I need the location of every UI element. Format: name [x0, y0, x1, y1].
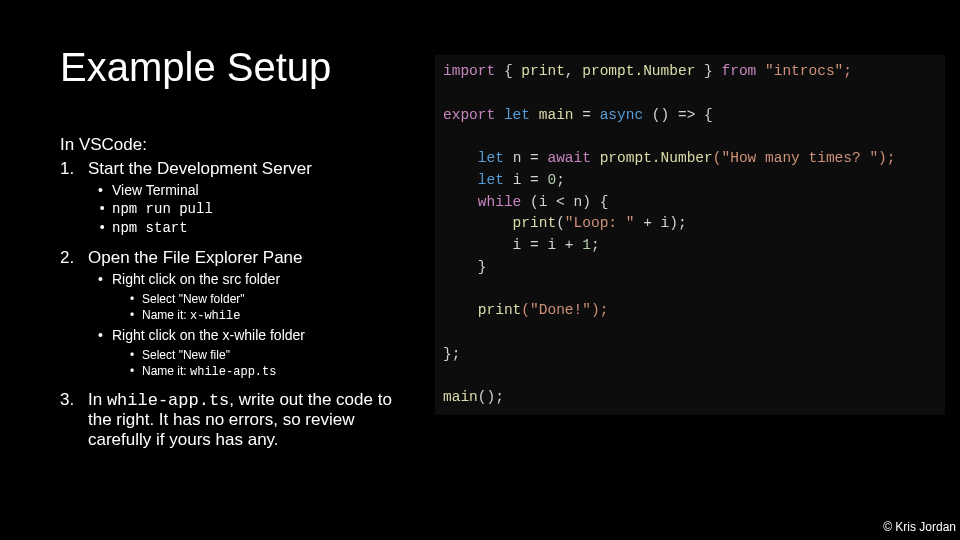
- fn-prompt: prompt.Number: [591, 150, 713, 166]
- step-1-sub-2: npm run pull: [98, 200, 420, 219]
- step-2-sub-1a: Select "New folder": [130, 291, 420, 307]
- blank-line: [443, 126, 937, 148]
- step-2-title: Open the File Explorer Pane: [88, 248, 420, 268]
- tok: () => {: [643, 107, 713, 123]
- kw-while: while: [443, 194, 530, 210]
- kw-let: let: [443, 172, 513, 188]
- str: "introcs";: [756, 63, 852, 79]
- tok: + i);: [634, 215, 686, 231]
- blank-line: [443, 83, 937, 105]
- kw-async: async: [600, 107, 644, 123]
- slide-title: Example Setup: [60, 45, 331, 90]
- step-3-prefix: In: [88, 390, 107, 409]
- tok: (i < n) {: [530, 194, 608, 210]
- code-block: import { print, prompt.Number } from "in…: [435, 55, 945, 415]
- copyright-text: © Kris Jordan: [883, 520, 956, 534]
- step-2-sub-1-text: Right click on the src folder: [112, 271, 280, 287]
- str: ("Done!");: [521, 302, 608, 318]
- kw-import: import: [443, 63, 495, 79]
- intro-text: In VSCode:: [60, 135, 420, 155]
- step-2: Open the File Explorer Pane Right click …: [60, 248, 420, 381]
- fn-print: print: [443, 215, 556, 231]
- str: "Loop: ": [565, 215, 635, 231]
- tok: i = i +: [443, 237, 582, 253]
- fn-main: main: [539, 107, 574, 123]
- step-2-sub-1: Right click on the src folder Select "Ne…: [98, 270, 420, 324]
- blank-line: [443, 322, 937, 344]
- tok: (: [556, 215, 565, 231]
- fn-prompt: prompt.Number: [582, 63, 695, 79]
- step-1-sub-3: npm start: [98, 219, 420, 238]
- tok: {: [495, 63, 521, 79]
- fn-print: print: [443, 302, 521, 318]
- label-prefix: Name it:: [142, 364, 190, 378]
- num: 1: [582, 237, 591, 253]
- tok: ,: [565, 63, 582, 79]
- step-1: Start the Development Server View Termin…: [60, 159, 420, 238]
- kw-from: from: [721, 63, 756, 79]
- label-prefix: Name it:: [142, 308, 190, 322]
- fn-main: main: [443, 389, 478, 405]
- tok: }: [695, 63, 721, 79]
- label-mono: x-while: [190, 309, 240, 323]
- kw-let: let: [495, 107, 539, 123]
- tok: ();: [478, 389, 504, 405]
- instructions-column: In VSCode: Start the Development Server …: [60, 135, 420, 460]
- tok: =: [574, 107, 600, 123]
- tok: };: [443, 344, 937, 366]
- num: 0: [547, 172, 556, 188]
- kw-export: export: [443, 107, 495, 123]
- str: ("How many times? ");: [713, 150, 896, 166]
- step-2-sub-2b: Name it: while-app.ts: [130, 363, 420, 380]
- step-2-sub-1b: Name it: x-while: [130, 307, 420, 324]
- tok: n =: [513, 150, 548, 166]
- step-1-sub-1: View Terminal: [98, 181, 420, 200]
- steps-list: Start the Development Server View Termin…: [60, 159, 420, 450]
- tok: ;: [556, 172, 565, 188]
- step-2-sub-2a: Select "New file": [130, 347, 420, 363]
- kw-await: await: [547, 150, 591, 166]
- tok: i =: [513, 172, 548, 188]
- blank-line: [443, 366, 937, 388]
- step-1-title: Start the Development Server: [88, 159, 420, 179]
- step-3: In while-app.ts, write out the code to t…: [60, 390, 420, 450]
- step-2-sub-2-text: Right click on the x-while folder: [112, 327, 305, 343]
- tok: }: [443, 257, 937, 279]
- blank-line: [443, 279, 937, 301]
- step-3-filename: while-app.ts: [107, 391, 229, 410]
- label-mono: while-app.ts: [190, 365, 276, 379]
- step-2-sub-2: Right click on the x-while folder Select…: [98, 326, 420, 380]
- tok: ;: [591, 237, 600, 253]
- step-3-title: In while-app.ts, write out the code to t…: [88, 390, 420, 450]
- fn-print: print: [521, 63, 565, 79]
- kw-let: let: [443, 150, 513, 166]
- slide: Example Setup In VSCode: Start the Devel…: [0, 0, 960, 540]
